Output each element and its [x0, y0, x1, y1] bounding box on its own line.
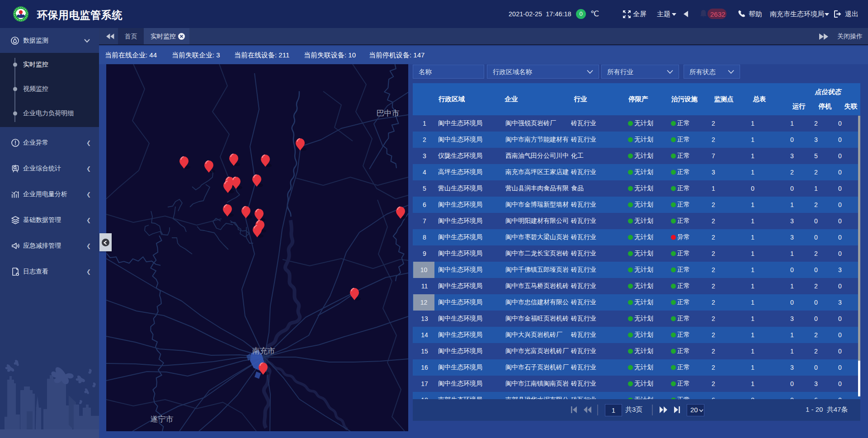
svg-text:遂宁市: 遂宁市 — [151, 415, 174, 424]
svg-text:巴中市: 巴中市 — [377, 109, 400, 118]
svg-text:南充市: 南充市 — [252, 347, 275, 355]
